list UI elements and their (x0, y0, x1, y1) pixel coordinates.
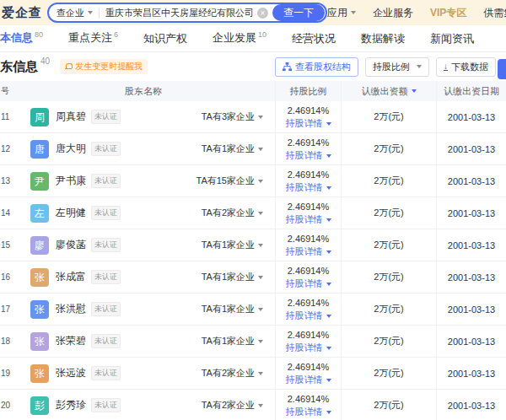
header-date-label: 认缴出资日期 (444, 85, 499, 98)
shareholder-name-link[interactable]: 廖俊菡 (56, 238, 86, 252)
tab-label: 知识产权 (143, 32, 187, 45)
date-value: 2001-03-13 (437, 261, 506, 293)
related-companies-dropdown[interactable]: TA有15家企业 (196, 175, 263, 187)
shareholder-cell: 张张洪慰未认证TA有1家企业 (12, 293, 275, 325)
holding-detail-link[interactable]: 持股详情 (276, 245, 341, 258)
change-reminder-button[interactable]: 发生变更时提醒我 (60, 59, 148, 74)
related-companies-dropdown[interactable]: TA有3家企业 (202, 110, 263, 123)
tab-label: 新闻资讯 (430, 32, 474, 45)
chevron-down-icon (258, 212, 263, 215)
download-data-button[interactable]: ↓ 下载数据 (436, 57, 496, 77)
holding-detail-link[interactable]: 持股详情 (276, 117, 341, 130)
download-data-label: 下载数据 (451, 61, 488, 73)
chevron-down-icon (326, 315, 331, 318)
holding-detail-link[interactable]: 持股详情 (276, 406, 341, 418)
row-index: 16 (0, 272, 12, 282)
row-index: 15 (0, 240, 12, 250)
shareholder-name-link[interactable]: 左明健 (56, 206, 86, 220)
unverified-tag: 未认证 (91, 110, 121, 124)
chevron-down-icon (326, 347, 331, 350)
shareholder-name-link[interactable]: 张荣碧 (56, 334, 86, 348)
related-companies-dropdown[interactable]: TA有2家企业 (202, 207, 263, 219)
related-companies-dropdown[interactable]: TA有1家企业 (202, 271, 263, 283)
sort-caret-icon (412, 89, 417, 93)
search-category-dropdown[interactable]: 查企业 (57, 7, 93, 19)
amount-value: 2万(元) (341, 358, 437, 389)
nav-apps-label: 应用 (327, 6, 347, 20)
tab-count: 10 (258, 30, 266, 39)
chevron-down-icon (258, 404, 263, 407)
related-companies-dropdown[interactable]: TA有2家企业 (202, 367, 263, 380)
nav-enterprise-services[interactable]: 企业服务 (373, 6, 413, 20)
shareholder-name-link[interactable]: 张洪慰 (56, 302, 86, 316)
search-button[interactable]: 查一下 (272, 4, 325, 21)
ratio-value: 2.46914% (276, 329, 341, 342)
tab-basic-info[interactable]: 本信息80 (0, 30, 43, 46)
unverified-tag: 未认证 (91, 302, 121, 316)
chevron-down-icon (326, 379, 331, 382)
shareholder-avatar: 张 (30, 300, 49, 319)
shareholder-name-link[interactable]: 彭秀珍 (56, 398, 86, 412)
table-row: 15廖廖俊菡未认证TA有1家企业2.46914%持股详情2万(元)2001-03… (0, 229, 506, 261)
holding-detail-link[interactable]: 持股详情 (276, 374, 341, 386)
tab-data-insights[interactable]: 数据解读 (361, 31, 405, 46)
row-index: 20 (0, 401, 12, 410)
chevron-down-icon (326, 186, 331, 190)
holding-detail-link[interactable]: 持股详情 (276, 277, 341, 290)
top-bar: 爱企查 查企业 × 查一下 应用 企业服务 VIP专区 供需集市 HOT (0, 0, 506, 25)
tab-intellectual-property[interactable]: 知识产权 (143, 31, 187, 46)
tab-label: 本信息 (0, 32, 33, 45)
header-amount-sort[interactable]: 认缴出资额 (341, 81, 437, 101)
shareholder-section-title: 东信息 (0, 59, 38, 75)
date-value: 2001-03-13 (437, 101, 506, 132)
nav-vip-zone[interactable]: VIP专区 (430, 6, 466, 20)
clear-search-icon[interactable]: × (257, 8, 268, 19)
ratio-value: 2.46914% (276, 233, 341, 245)
search-category-label: 查企业 (57, 7, 84, 19)
holding-detail-link[interactable]: 持股详情 (276, 213, 341, 226)
header-ratio: 持股比例 (275, 81, 341, 101)
related-companies-dropdown[interactable]: TA有1家企业 (202, 239, 263, 251)
table-row: 12唐唐大明未认证TA有1家企业2.46914%持股详情2万(元)2001-03… (0, 133, 506, 165)
shareholder-name-link[interactable]: 张成富 (56, 270, 86, 284)
tab-operating-status[interactable]: 经营状况 (292, 31, 336, 46)
shareholder-avatar: 左 (30, 204, 49, 223)
view-equity-structure-label: 查看股权结构 (295, 61, 351, 73)
related-companies-dropdown[interactable]: TA有2家企业 (202, 399, 263, 412)
amount-value: 2万(元) (341, 293, 437, 325)
related-companies-dropdown[interactable]: TA有1家企业 (202, 143, 263, 155)
shareholder-cell: 张张荣碧未认证TA有1家企业 (12, 326, 275, 357)
ratio-cell: 2.46914%持股详情 (275, 165, 341, 197)
table-row: 18张张荣碧未认证TA有1家企业2.46914%持股详情2万(元)2001-03… (0, 326, 506, 358)
shareholder-name-link[interactable]: 周真碧 (56, 110, 86, 124)
nav-supply-market[interactable]: 供需集市 HOT (483, 6, 506, 20)
amount-value: 2万(元) (341, 390, 437, 420)
ratio-filter-dropdown[interactable]: 持股比例 (365, 57, 429, 77)
ratio-cell: 2.46914%持股详情 (275, 229, 341, 261)
nav-apps-dropdown[interactable]: 应用 (327, 6, 356, 20)
table-row: 16张张成富未认证TA有1家企业2.46914%持股详情2万(元)2001-03… (0, 261, 506, 293)
tab-key-focus[interactable]: 重点关注6 (68, 30, 118, 46)
tab-news[interactable]: 新闻资讯 (430, 31, 474, 46)
amount-value: 2万(元) (341, 261, 437, 293)
holding-detail-link[interactable]: 持股详情 (276, 310, 341, 322)
shareholder-name-link[interactable]: 唐大明 (56, 142, 86, 156)
chevron-down-icon (258, 308, 263, 311)
holding-detail-link[interactable]: 持股详情 (276, 181, 341, 194)
row-index: 17 (0, 304, 12, 314)
side-floating-button[interactable] (498, 59, 506, 79)
search-input[interactable] (105, 8, 253, 18)
shareholder-name-link[interactable]: 张远波 (56, 366, 86, 380)
row-index: 13 (0, 176, 12, 186)
related-companies-dropdown[interactable]: TA有1家企业 (202, 335, 263, 347)
view-equity-structure-button[interactable]: 查看股权结构 (275, 57, 358, 77)
related-companies-dropdown[interactable]: TA有1家企业 (202, 303, 263, 315)
header-index: 号 (0, 85, 12, 97)
company-tabs: 本信息80 重点关注6 知识产权 企业发展10 经营状况 数据解读 新闻资讯 (0, 25, 506, 52)
shareholder-name-link[interactable]: 尹书康 (56, 174, 86, 188)
aiqicha-logo[interactable]: 爱企查 (2, 5, 42, 21)
date-value: 2001-03-13 (437, 133, 506, 164)
tab-company-development[interactable]: 企业发展10 (213, 30, 266, 46)
holding-detail-link[interactable]: 持股详情 (276, 149, 341, 162)
holding-detail-link[interactable]: 持股详情 (276, 342, 341, 354)
